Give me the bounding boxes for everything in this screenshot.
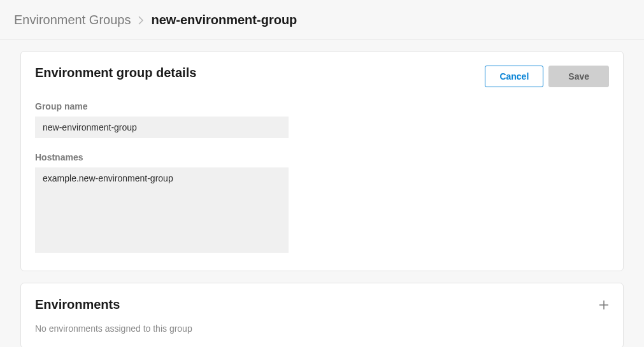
group-name-label: Group name <box>35 101 609 111</box>
details-card: Environment group details Cancel Save Gr… <box>20 51 624 271</box>
environments-card: Environments No environments assigned to… <box>20 283 624 347</box>
hostnames-label: Hostnames <box>35 152 609 162</box>
environments-title: Environments <box>35 297 120 312</box>
breadcrumb-current: new-environment-group <box>151 13 297 27</box>
environments-empty-message: No environments assigned to this group <box>35 323 609 334</box>
chevron-right-icon <box>138 16 143 25</box>
details-card-header: Environment group details Cancel Save <box>35 66 609 87</box>
cancel-button[interactable]: Cancel <box>485 66 543 87</box>
save-button[interactable]: Save <box>548 66 609 87</box>
breadcrumb-root[interactable]: Environment Groups <box>14 13 131 27</box>
details-title: Environment group details <box>35 66 196 80</box>
environments-card-header: Environments <box>35 297 609 312</box>
group-name-field: Group name <box>35 101 609 138</box>
hostnames-input[interactable] <box>35 167 289 253</box>
breadcrumb: Environment Groups new-environment-group <box>0 0 644 39</box>
details-actions: Cancel Save <box>485 66 609 87</box>
hostnames-field: Hostnames <box>35 152 609 255</box>
main-content: Environment group details Cancel Save Gr… <box>0 39 644 347</box>
group-name-input[interactable] <box>35 117 289 138</box>
plus-icon[interactable] <box>599 300 609 310</box>
